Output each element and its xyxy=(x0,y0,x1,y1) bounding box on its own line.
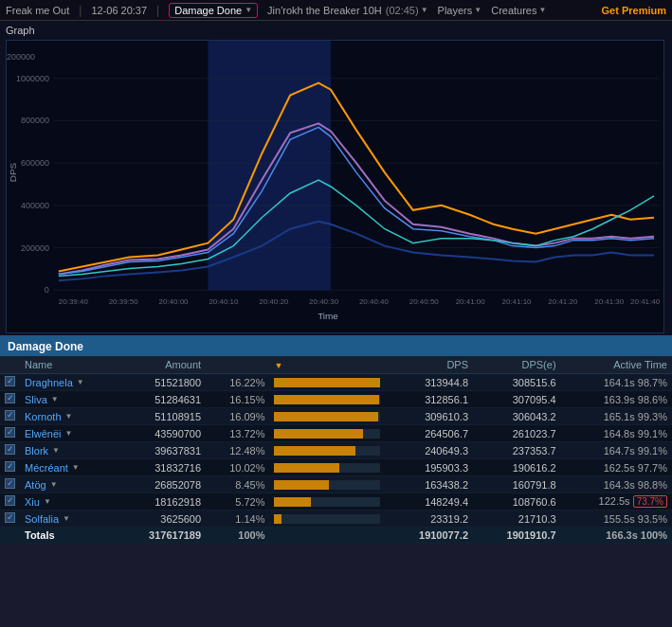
active-pct-value: 98.6% xyxy=(638,394,667,405)
row-bar-bg xyxy=(274,429,380,439)
active-pct-value: 97.7% xyxy=(638,462,667,474)
table-row: Blork ▼ 39637831 12.48% 240649.3 237353.… xyxy=(0,442,672,459)
svg-text:20:41:30: 20:41:30 xyxy=(594,297,625,306)
row-checkbox[interactable] xyxy=(5,410,15,421)
row-checkbox-cell[interactable] xyxy=(0,408,20,425)
players-nav[interactable]: Players ▼ xyxy=(438,5,482,16)
svg-text:20:40:10: 20:40:10 xyxy=(209,297,239,306)
row-checkbox[interactable] xyxy=(5,427,15,438)
active-pct-badge: 73.7% xyxy=(633,495,667,508)
row-pct: 16.15% xyxy=(206,391,269,408)
table-row: Sliva ▼ 51284631 16.15% 312856.1 307095.… xyxy=(0,391,672,408)
totals-dps: 1910077.2 xyxy=(385,528,473,544)
row-checkbox-cell[interactable] xyxy=(0,391,20,408)
fight-nav[interactable]: Jin'rokh the Breaker 10H (02:45) ▼ xyxy=(267,5,428,16)
row-dpse: 308515.6 xyxy=(473,374,561,391)
row-dps: 240649.3 xyxy=(385,442,473,459)
row-bar-bg xyxy=(274,480,380,490)
name-dropdown-arrow[interactable]: ▼ xyxy=(65,412,73,421)
row-bar-cell xyxy=(269,408,385,425)
name-dropdown-arrow[interactable]: ▼ xyxy=(65,429,73,438)
svg-text:600000: 600000 xyxy=(21,158,49,168)
row-bar-bg xyxy=(274,395,380,404)
row-active: 162.5s 97.7% xyxy=(561,459,672,476)
svg-text:20:41:40: 20:41:40 xyxy=(630,297,661,306)
row-dps: 312856.1 xyxy=(385,391,473,408)
row-dpse: 306043.2 xyxy=(473,408,561,425)
row-checkbox[interactable] xyxy=(5,393,15,403)
row-checkbox-cell[interactable] xyxy=(0,374,20,391)
svg-text:20:40:40: 20:40:40 xyxy=(359,297,390,306)
svg-text:20:40:00: 20:40:00 xyxy=(159,297,190,306)
row-active: 122.5s 73.7% xyxy=(561,493,672,511)
player-name: Blork xyxy=(25,445,48,457)
name-dropdown-arrow[interactable]: ▼ xyxy=(50,480,58,489)
row-checkbox-cell[interactable] xyxy=(0,493,20,511)
row-checkbox-cell[interactable] xyxy=(0,476,20,493)
row-active: 155.5s 93.5% xyxy=(561,511,672,528)
row-bar-cell xyxy=(269,459,385,476)
table-body: Draghnela ▼ 51521800 16.22% 313944.8 308… xyxy=(0,374,672,544)
name-dropdown-arrow[interactable]: ▼ xyxy=(72,463,80,472)
row-checkbox-cell[interactable] xyxy=(0,459,20,476)
totals-bar xyxy=(269,528,385,544)
row-name-cell: Draghnela ▼ xyxy=(20,374,118,391)
graph-title: Graph xyxy=(6,25,666,36)
col-active[interactable]: Active Time xyxy=(561,356,672,374)
svg-text:800000: 800000 xyxy=(21,116,49,125)
row-checkbox[interactable] xyxy=(5,376,15,386)
active-pct-value: 98.8% xyxy=(638,479,667,491)
row-checkbox-cell[interactable] xyxy=(0,442,20,459)
row-bar-fill xyxy=(274,480,329,490)
row-dpse: 190616.2 xyxy=(473,459,561,476)
name-dropdown-arrow[interactable]: ▼ xyxy=(51,395,59,403)
name-dropdown-arrow[interactable]: ▼ xyxy=(63,514,70,523)
row-bar-fill xyxy=(274,446,355,456)
row-name-cell: Mécréant ▼ xyxy=(20,459,118,476)
svg-text:20:41:00: 20:41:00 xyxy=(456,297,486,306)
totals-pct: 100% xyxy=(206,528,269,544)
active-pct-value: 98.7% xyxy=(638,377,667,388)
table-row: Kornoth ▼ 51108915 16.09% 309610.3 30604… xyxy=(0,408,672,425)
svg-text:20:41:10: 20:41:10 xyxy=(501,297,532,306)
col-amount[interactable]: Amount xyxy=(118,356,206,374)
name-dropdown-arrow[interactable]: ▼ xyxy=(44,497,51,506)
row-active: 165.1s 99.3% xyxy=(561,408,672,425)
name-dropdown-arrow[interactable]: ▼ xyxy=(77,378,84,386)
graph-svg: 0 200000 400000 600000 800000 1000000 12… xyxy=(7,41,663,332)
row-checkbox[interactable] xyxy=(5,444,15,455)
col-dps[interactable]: DPS xyxy=(385,356,473,374)
col-dpse[interactable]: DPS(e) xyxy=(473,356,561,374)
player-name: Sliva xyxy=(25,394,47,405)
row-bar-bg xyxy=(274,514,380,524)
row-checkbox-cell[interactable] xyxy=(0,511,20,528)
svg-rect-1 xyxy=(208,41,331,290)
creatures-nav[interactable]: Creatures ▼ xyxy=(491,5,546,16)
row-amount: 39637831 xyxy=(118,442,206,459)
totals-row: Totals 317617189 100% 1910077.2 1901910.… xyxy=(0,528,672,544)
svg-text:1000000: 1000000 xyxy=(16,74,49,83)
row-checkbox[interactable] xyxy=(5,512,15,523)
row-pct: 16.09% xyxy=(206,408,269,425)
premium-link[interactable]: Get Premium xyxy=(602,5,666,16)
table-row: Mécréant ▼ 31832716 10.02% 195903.3 1906… xyxy=(0,459,672,476)
col-bar[interactable]: ▼ xyxy=(269,356,385,374)
col-name[interactable]: Name xyxy=(20,356,118,374)
svg-text:20:41:20: 20:41:20 xyxy=(548,297,578,306)
svg-text:20:40:20: 20:40:20 xyxy=(259,297,289,306)
row-dps: 309610.3 xyxy=(385,408,473,425)
svg-text:20:40:50: 20:40:50 xyxy=(409,297,440,306)
name-dropdown-arrow[interactable]: ▼ xyxy=(52,446,60,455)
row-amount: 3625600 xyxy=(118,511,206,528)
row-pct: 12.48% xyxy=(206,442,269,459)
row-checkbox[interactable] xyxy=(5,461,15,472)
row-dps: 313944.8 xyxy=(385,374,473,391)
row-checkbox-cell[interactable] xyxy=(0,425,20,442)
row-checkbox[interactable] xyxy=(5,495,15,506)
row-active: 164.7s 99.1% xyxy=(561,442,672,459)
row-bar-cell xyxy=(269,374,385,391)
row-checkbox[interactable] xyxy=(5,478,15,489)
row-dps: 195903.3 xyxy=(385,459,473,476)
damage-done-nav[interactable]: Damage Done ▼ xyxy=(169,3,258,18)
player-name: Kornoth xyxy=(25,411,62,422)
